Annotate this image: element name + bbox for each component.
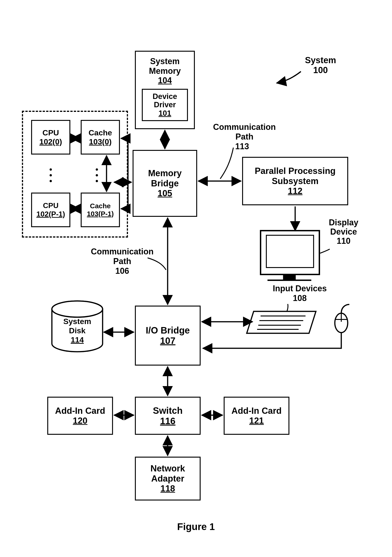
svg-point-20: [96, 174, 98, 176]
system-disk-num: 114: [71, 335, 84, 344]
svg-text:Disk: Disk: [69, 326, 86, 335]
svg-rect-5: [284, 274, 295, 279]
svg-point-21: [96, 180, 98, 182]
svg-point-17: [49, 174, 52, 176]
svg-point-16: [49, 168, 52, 171]
mouse-icon: [335, 304, 349, 333]
svg-text:System: System: [63, 317, 91, 326]
svg-point-23: [52, 301, 103, 317]
svg-point-19: [96, 168, 98, 171]
svg-rect-4: [266, 235, 314, 268]
diagram-overlay: System Disk 114: [0, 0, 392, 557]
svg-point-18: [49, 180, 52, 182]
keyboard-icon: [247, 311, 316, 333]
